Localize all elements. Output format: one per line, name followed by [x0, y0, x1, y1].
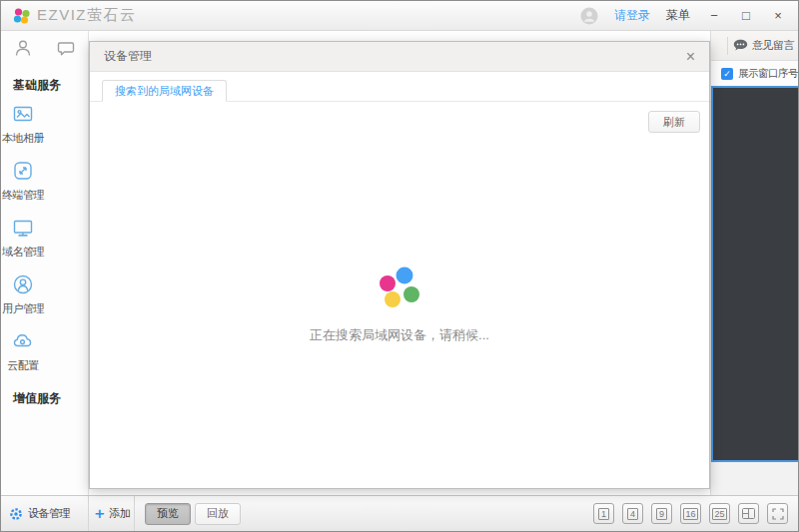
add-device-button[interactable]: ＋ 添加 [89, 496, 135, 531]
device-manage-label: 设备管理 [28, 506, 70, 521]
sidebar-item-user-manage[interactable]: 用户管理 [1, 272, 45, 316]
sidebar-item-terminal-manage[interactable]: 终端管理 [1, 159, 45, 203]
sidebar-item-label: 域名管理 [2, 245, 44, 260]
grid-9-button[interactable]: 9 [651, 503, 672, 524]
app-window: EZVIZ萤石云 请登录 菜单 − □ × [0, 0, 799, 532]
bottom-bar: 设备管理 ＋ 添加 预览 回放 1 4 9 16 25 [1, 495, 798, 531]
sidebar-item-label: 本地相册 [2, 131, 44, 146]
sidebar-top-icons [1, 31, 88, 65]
dialog-title: 设备管理 [104, 48, 152, 65]
sidebar-item-label: 终端管理 [2, 188, 44, 203]
spinner-flower-icon [379, 266, 420, 308]
profile-icon[interactable] [1, 38, 45, 58]
right-panel-footer [711, 462, 798, 495]
grid-1-label: 1 [598, 508, 609, 520]
photo-icon [11, 102, 35, 126]
dialog-close-icon[interactable]: × [686, 49, 695, 65]
login-link[interactable]: 请登录 [614, 7, 650, 24]
grid-25-button[interactable]: 25 [709, 503, 730, 524]
plus-icon: ＋ [92, 504, 107, 523]
titlebar: EZVIZ萤石云 请登录 菜单 − □ × [1, 1, 798, 31]
refresh-button[interactable]: 刷新 [648, 111, 700, 133]
fullscreen-button[interactable] [767, 503, 788, 524]
window-number-checkbox[interactable]: ✓ [721, 68, 733, 80]
avatar [580, 7, 598, 25]
section-basic-services: 基础服务 [1, 65, 88, 102]
device-manage-dialog: 设备管理 × 搜索到的局域网设备 刷新 正在搜索局域网设备，请稍候... [89, 41, 710, 489]
feedback-row: 意见留言 [711, 31, 798, 61]
grid-1-button[interactable]: 1 [593, 503, 614, 524]
feedback-button[interactable]: 意见留言 [727, 37, 794, 55]
dialog-body: 刷新 正在搜索局域网设备，请稍候... [90, 102, 709, 487]
gear-icon [9, 507, 23, 521]
add-label: 添加 [109, 506, 131, 521]
sidebar-item-label: 云配置 [7, 358, 39, 373]
minimize-icon[interactable]: − [706, 8, 722, 24]
grid-16-button[interactable]: 16 [680, 503, 701, 524]
grid-4-button[interactable]: 4 [622, 503, 643, 524]
user-icon [11, 272, 35, 296]
sidebar-item-local-album[interactable]: 本地相册 [1, 102, 45, 146]
window-number-row: ✓ 展示窗口序号 [711, 61, 798, 86]
grid-layout-controls: 1 4 9 16 25 [593, 503, 798, 524]
tab-playback[interactable]: 回放 [195, 503, 241, 525]
dialog-header: 设备管理 × [90, 42, 709, 72]
section-value-services: 增值服务 [1, 386, 88, 415]
cloud-config-icon [11, 329, 35, 353]
titlebar-right: 请登录 菜单 − □ × [580, 7, 786, 25]
ezviz-flower-icon [13, 7, 31, 25]
sidebar-item-domain-manage[interactable]: 域名管理 [1, 216, 45, 260]
grid-25-label: 25 [712, 508, 726, 520]
sidebar-item-label: 用户管理 [2, 301, 44, 316]
tab-lan-devices[interactable]: 搜索到的局域网设备 [102, 80, 227, 102]
app-logo: EZVIZ萤石云 [13, 6, 137, 25]
right-panel: 意见留言 ✓ 展示窗口序号 [710, 31, 798, 495]
view-mode-tabs: 预览 回放 [145, 503, 241, 525]
loading-text: 正在搜索局域网设备，请稍候... [310, 326, 489, 344]
domain-icon [11, 216, 35, 240]
app-title: EZVIZ萤石云 [37, 6, 137, 25]
loading-indicator: 正在搜索局域网设备，请稍候... [90, 266, 709, 344]
custom-layout-button[interactable] [738, 503, 759, 524]
sidebar: 基础服务 本地相册 [1, 31, 89, 495]
tab-preview[interactable]: 预览 [145, 503, 191, 525]
feedback-bubble-icon [733, 39, 748, 52]
message-icon[interactable] [45, 38, 89, 58]
terminal-icon [11, 159, 35, 183]
fullscreen-icon [772, 508, 784, 520]
device-manage-button[interactable]: 设备管理 [1, 496, 89, 531]
window-number-label: 展示窗口序号 [738, 67, 798, 81]
close-icon[interactable]: × [770, 8, 786, 24]
grid-9-label: 9 [656, 508, 667, 520]
grid-16-label: 16 [683, 508, 697, 520]
sidebar-item-cloud-config[interactable]: 云配置 [1, 329, 45, 373]
grid-4-label: 4 [627, 508, 638, 520]
custom-layout-icon [742, 508, 755, 519]
menu-button[interactable]: 菜单 [666, 7, 690, 24]
dialog-tab-strip: 搜索到的局域网设备 [90, 72, 709, 102]
maximize-icon[interactable]: □ [738, 8, 754, 24]
feedback-label: 意见留言 [752, 38, 794, 53]
basic-service-grid: 本地相册 终端管理 [1, 102, 88, 386]
video-window-selected[interactable] [711, 86, 798, 462]
